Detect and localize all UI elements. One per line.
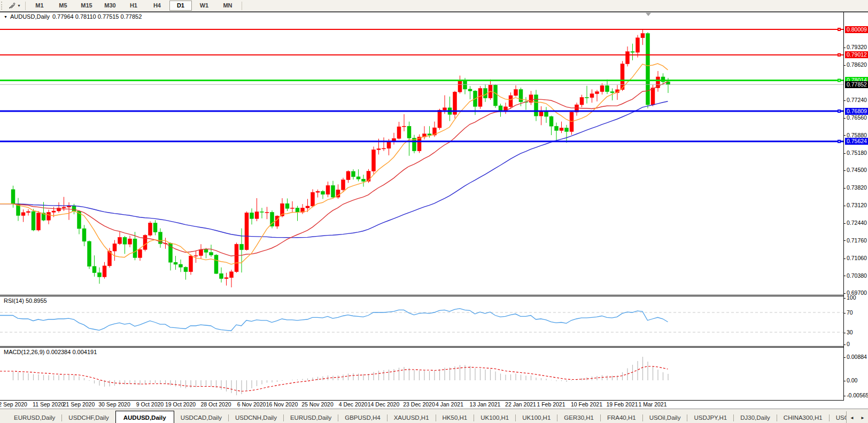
timeframe-button-mn[interactable]: MN (216, 1, 239, 11)
price-scale[interactable]: 0.793200.786200.772400.765600.758800.751… (843, 12, 868, 295)
toolbar-separator (242, 2, 242, 10)
price-tick-label: 0.74500 (843, 167, 867, 173)
chart-tab-audusd-daily[interactable]: AUDUSD,Daily (115, 411, 174, 423)
chart-tab-usdchf-daily[interactable]: USDCHF,Daily (62, 412, 115, 423)
price-line-badge[interactable]: 0.80009 (845, 26, 868, 33)
macd-tick-label: 0.00 (843, 377, 857, 383)
rsi-tick-label: 0 (843, 341, 850, 347)
chart-tab-gbpusd-h4[interactable]: GBPUSD,H4 (338, 412, 386, 423)
price-tick-label: 0.71760 (843, 237, 867, 244)
chart-tab-usdcad-daily[interactable]: USDCAD,Daily (174, 412, 228, 423)
time-axis[interactable]: 2 Sep 202011 Sep 202021 Sep 202030 Sep 2… (0, 400, 843, 409)
price-tick-label: 0.70380 (843, 272, 867, 279)
price-line-badge[interactable]: 0.79012 (845, 51, 868, 58)
chart-window[interactable]: ▼ AUDUSD,Daily 0.77964 0.78110 0.77515 0… (0, 12, 868, 409)
price-line-badge[interactable]: 0.75624 (845, 138, 868, 145)
chart-title: ▼ AUDUSD,Daily 0.77964 0.78110 0.77515 0… (4, 13, 142, 20)
candlestick-plot[interactable] (0, 12, 843, 295)
price-tick-label: 0.78620 (843, 61, 867, 68)
rsi-scale[interactable]: 10070300 (843, 296, 868, 346)
collapse-triangle-icon[interactable]: ▼ (4, 15, 7, 19)
tab-scroll-left-icon[interactable]: ◄ (849, 416, 855, 420)
price-tick-label: 0.75880 (843, 132, 867, 138)
rsi-tick-label: 70 (843, 309, 853, 316)
toolbar-separator (25, 2, 26, 10)
current-price-badge: 0.77852 (845, 81, 868, 88)
chart-tab-eurusd-daily[interactable]: EURUSD,Daily (284, 412, 338, 423)
macd-tick-label: 0.00884 (843, 354, 867, 360)
macd-label: MACD(12,26,9) 0.002384 0.004191 (4, 349, 97, 355)
price-tick-label: 0.79320 (843, 44, 867, 50)
chart-tabs: EURUSD,DailyUSDCHF,DailyAUDUSD,DailyUSDC… (0, 411, 860, 423)
chart-tab-hk50-h1[interactable]: HK50,H1 (436, 412, 474, 423)
timeframe-button-m15[interactable]: M15 (75, 1, 98, 11)
toolbar-grip[interactable] (1, 2, 5, 10)
chart-tab-eurusd-daily[interactable]: EURUSD,Daily (7, 412, 61, 423)
price-line-badge[interactable]: 0.76809 (845, 108, 868, 115)
price-tick-label: 0.76560 (843, 114, 867, 121)
top-toolbar: ▼ M1M5M15M30H1H4D1W1MN (0, 0, 868, 12)
tab-scroll-right-icon[interactable]: ► (859, 416, 866, 420)
timeframe-buttons: M1M5M15M30H1H4D1W1MN (28, 1, 239, 11)
date-tick-label: 1 Mar 2021 (630, 401, 675, 408)
price-tick-label: 0.72440 (843, 220, 867, 226)
price-tick-label: 0.75180 (843, 150, 867, 156)
timeframe-button-m1[interactable]: M1 (28, 1, 51, 11)
timeframe-button-m5[interactable]: M5 (52, 1, 74, 11)
chart-ohlc-values: 0.77964 0.78110 0.77515 0.77852 (52, 13, 142, 20)
crosshair-cursor-icon[interactable] (6, 1, 17, 10)
timeframe-button-m30[interactable]: M30 (99, 1, 121, 11)
rsi-panel[interactable]: RSI(14) 50.8955 (0, 296, 843, 346)
rsi-tick-label: 100 (843, 294, 856, 301)
price-tick-label: 0.73120 (843, 202, 867, 208)
rsi-plot[interactable] (0, 296, 843, 346)
price-tick-label: 0.77240 (843, 97, 867, 103)
chart-tab-usoil-daily[interactable]: USOil,Daily (643, 412, 687, 423)
chart-tab-usdcnh-daily[interactable]: USDCNH,Daily (229, 412, 283, 423)
macd-panel[interactable]: MACD(12,26,9) 0.002384 0.004191 (0, 347, 843, 400)
chart-tab-usdjpy-h1[interactable]: USDJPY,H1 (687, 412, 733, 423)
timeframe-button-h4[interactable]: H4 (146, 1, 168, 11)
chart-tab-bar: EURUSD,DailyUSDCHF,DailyAUDUSD,DailyUSDC… (0, 409, 868, 423)
chart-tab-ger30-h1[interactable]: GER30,H1 (557, 412, 600, 423)
price-tick-label: 0.71060 (843, 255, 867, 261)
macd-plot[interactable] (0, 347, 843, 400)
chart-shift-marker-icon[interactable] (646, 13, 651, 16)
macd-tick-label: -0.005651 (843, 392, 868, 398)
tool-dropdown-caret-icon[interactable]: ▼ (17, 4, 23, 7)
panel-border (0, 295, 844, 295)
chart-tab-fra40-h1[interactable]: FRA40,H1 (601, 412, 642, 423)
rsi-tick-label: 30 (843, 329, 853, 335)
chart-tab-uk100-h1[interactable]: UK100,H1 (474, 412, 515, 423)
timeframe-button-d1[interactable]: D1 (169, 1, 192, 11)
macd-scale[interactable]: 0.008840.00-0.005651 (843, 347, 868, 400)
tab-scroll-arrows: ◄ ► (846, 411, 868, 423)
chart-tab-uk100-h1[interactable]: UK100,H1 (516, 412, 557, 423)
chart-tab-dj30-daily[interactable]: DJ30,Daily (734, 412, 777, 423)
panel-border (0, 346, 844, 347)
timeframe-button-h1[interactable]: H1 (122, 1, 145, 11)
price-tick-label: 0.73820 (843, 184, 867, 191)
rsi-label: RSI(14) 50.8955 (4, 297, 47, 304)
main-price-panel[interactable]: ▼ AUDUSD,Daily 0.77964 0.78110 0.77515 0… (0, 12, 843, 295)
chart-tab-xauusd-h1[interactable]: XAUUSD,H1 (387, 412, 436, 423)
chart-symbol-label: AUDUSD,Daily (10, 13, 50, 20)
timeframe-button-w1[interactable]: W1 (193, 1, 215, 11)
chart-tab-china300-h1[interactable]: CHINA300,H1 (777, 412, 829, 423)
